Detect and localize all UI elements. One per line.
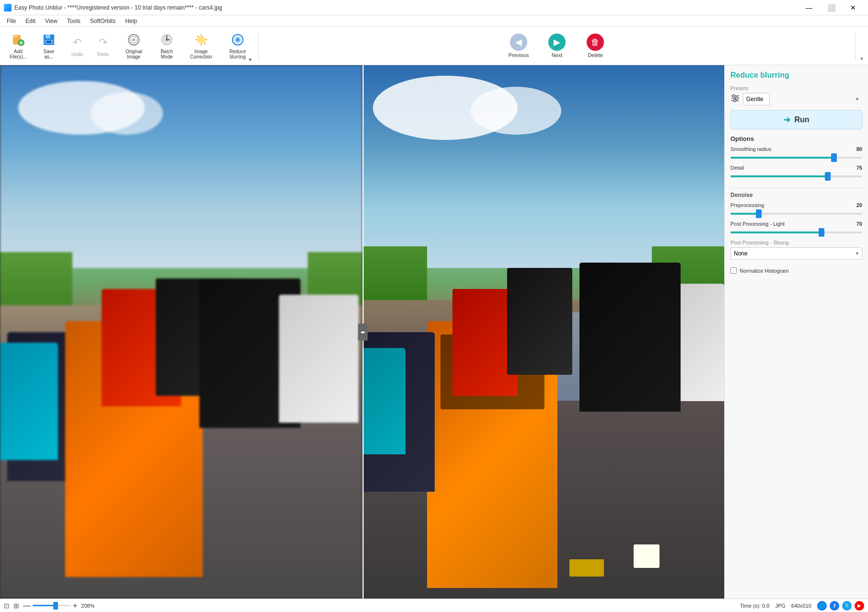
detail-value: 75 xyxy=(856,165,862,171)
detail-slider[interactable] xyxy=(730,175,862,177)
svg-line-18 xyxy=(197,36,198,37)
reduce-blurring-dropdown-arrow: ▼ xyxy=(248,57,253,62)
zoom-level: 208% xyxy=(81,603,94,609)
time-label: Time (s): 0.0 xyxy=(740,603,769,609)
menu-edit[interactable]: Edit xyxy=(21,17,40,25)
split-divider[interactable]: ◂▸ xyxy=(362,65,364,599)
next-icon: ▶ xyxy=(548,34,566,51)
redo-button[interactable]: ↷ Redo xyxy=(91,29,115,63)
menu-file[interactable]: File xyxy=(2,17,21,25)
svg-point-13 xyxy=(197,36,205,44)
batch-mode-button[interactable]: Batch Mode xyxy=(152,29,181,63)
redo-icon: ↷ xyxy=(95,35,111,50)
redo-label: Redo xyxy=(97,52,109,57)
social-icons: 🌐 f 𝕏 ▶ xyxy=(817,601,864,611)
original-image-panel xyxy=(0,65,362,599)
smoothing-radius-value: 80 xyxy=(856,146,862,152)
zoom-out-button[interactable]: — xyxy=(23,601,31,610)
post-processing-light-label: Post Processing - Light xyxy=(730,221,785,227)
normalize-histogram-checkbox[interactable] xyxy=(730,267,737,274)
main-area: ◂▸ xyxy=(0,65,868,599)
undo-icon: ↶ xyxy=(69,35,85,50)
delete-button[interactable]: 🗑 Delete xyxy=(580,29,611,63)
detail-row: Detail 75 xyxy=(730,165,862,179)
run-label: Run xyxy=(794,115,809,124)
reduce-blurring-button[interactable]: Reduce blurring ▼ xyxy=(221,29,255,63)
menu-help[interactable]: Help xyxy=(120,17,142,25)
normalize-histogram-label[interactable]: Normalize Histogram xyxy=(740,268,789,274)
menu-tools[interactable]: Tools xyxy=(62,17,85,25)
post-processing-light-value: 70 xyxy=(856,221,862,227)
zoom-slider[interactable] xyxy=(33,605,71,606)
save-as-label: Save as... xyxy=(44,49,55,59)
globe-icon[interactable]: 🌐 xyxy=(817,601,827,611)
window-controls: — ⬜ ✕ xyxy=(798,0,864,15)
normalize-histogram-row: Normalize Histogram xyxy=(730,267,862,274)
next-label: Next xyxy=(552,52,563,58)
status-right: Time (s): 0.0 JPG 640x510 🌐 f 𝕏 ▶ xyxy=(740,601,864,611)
post-processing-light-slider[interactable] xyxy=(730,231,862,233)
divider-handle[interactable]: ◂▸ xyxy=(358,323,368,341)
svg-rect-5 xyxy=(46,35,50,38)
toolbar: + Add File(s)... Save as... ↶ Undo ↷ Red… xyxy=(0,27,868,65)
svg-point-22 xyxy=(237,39,239,41)
close-button[interactable]: ✕ xyxy=(842,0,864,15)
twitter-icon[interactable]: 𝕏 xyxy=(842,601,852,611)
add-file-label: Add File(s)... xyxy=(10,49,27,59)
detail-label: Detail xyxy=(730,165,744,171)
menu-view[interactable]: View xyxy=(40,17,62,25)
reduce-blurring-icon xyxy=(230,32,245,47)
post-processing-strong-select[interactable]: None Light Medium Strong xyxy=(730,247,862,260)
post-processing-strong-wrapper: None Light Medium Strong xyxy=(730,247,862,260)
smoothing-radius-label: Smoothing radius xyxy=(730,146,772,152)
add-file-button[interactable]: + Add File(s)... xyxy=(4,29,33,63)
toolbar-overflow-arrow[interactable]: ▼ xyxy=(859,56,864,61)
presets-section: Presets Gentle Normal xyxy=(730,85,862,105)
image-correction-button[interactable]: Image Correction xyxy=(183,29,219,63)
delete-label: Delete xyxy=(588,52,603,58)
facebook-icon[interactable]: f xyxy=(830,601,839,611)
processed-image-panel xyxy=(362,65,725,599)
preprocessing-label: Preprocessing xyxy=(730,202,764,208)
original-image-button[interactable]: Original Image xyxy=(117,29,150,63)
delete-icon: 🗑 xyxy=(587,34,604,51)
run-arrow-icon: ➜ xyxy=(783,115,790,125)
preset-icon xyxy=(730,93,740,105)
reduce-blurring-label: Reduce blurring xyxy=(230,49,246,59)
preprocessing-slider[interactable] xyxy=(730,213,862,215)
zoom-actual-icon[interactable]: ⊞ xyxy=(13,602,19,610)
next-button[interactable]: ▶ Next xyxy=(542,29,572,63)
presets-select[interactable]: Gentle Normal Strong Custom xyxy=(743,93,770,105)
undo-button[interactable]: ↶ Undo xyxy=(65,29,89,63)
svg-point-28 xyxy=(734,100,736,102)
svg-point-12 xyxy=(166,39,168,41)
processed-scene xyxy=(362,65,725,599)
smoothing-radius-slider[interactable] xyxy=(730,157,862,159)
zoom-fit-icon[interactable]: ⊡ xyxy=(4,602,10,610)
toolbar-separator xyxy=(258,32,259,60)
post-processing-strong-section: Post Processing - Strong None Light Medi… xyxy=(730,240,862,260)
image-area: ◂▸ xyxy=(0,65,724,599)
maximize-button[interactable]: ⬜ xyxy=(820,0,842,15)
run-button[interactable]: ➜ Run xyxy=(730,110,862,129)
previous-label: Previous xyxy=(509,52,529,58)
section-divider-1 xyxy=(730,187,862,188)
youtube-icon[interactable]: ▶ xyxy=(855,601,864,611)
zoom-control: — + xyxy=(23,601,77,610)
svg-text:+: + xyxy=(19,39,23,46)
save-as-icon xyxy=(41,32,57,47)
save-as-button[interactable]: Save as... xyxy=(35,29,63,63)
status-left: ⊡ ⊞ — + 208% xyxy=(4,601,94,610)
minimize-button[interactable]: — xyxy=(798,0,820,15)
menu-softorbits[interactable]: SoftOrbits xyxy=(85,17,120,25)
previous-button[interactable]: ◀ Previous xyxy=(503,29,534,63)
zoom-in-button[interactable]: + xyxy=(73,601,77,610)
denoise-title: Denoise xyxy=(730,192,862,198)
original-scene xyxy=(0,65,362,599)
svg-rect-1 xyxy=(14,36,18,37)
toolbar-separator-2 xyxy=(855,32,856,60)
right-panel: Reduce blurring Presets Ge xyxy=(724,65,868,599)
post-processing-light-row: Post Processing - Light 70 xyxy=(730,221,862,235)
file-format: JPG xyxy=(775,603,785,609)
svg-point-26 xyxy=(736,97,738,100)
